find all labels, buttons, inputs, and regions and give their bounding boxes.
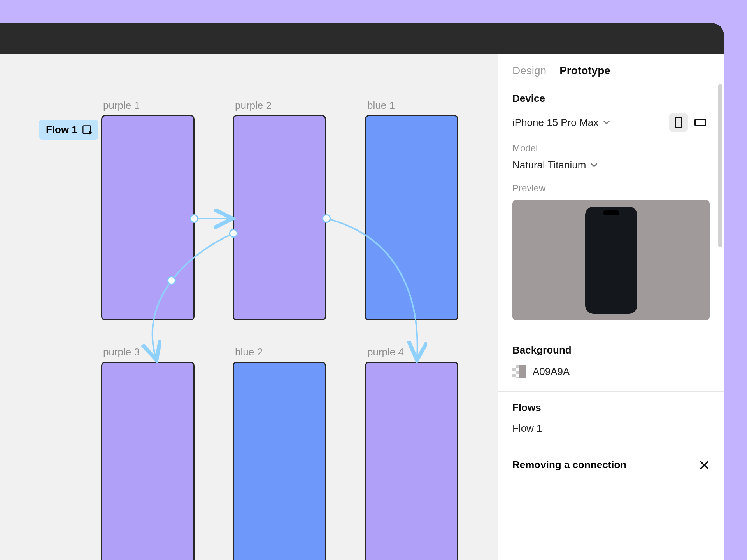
model-dropdown[interactable]: Natural Titanium — [512, 159, 598, 171]
content-area: Flow 1 purple 1 purple 2 blue 1 purple 3… — [0, 54, 724, 560]
model-label: Model — [512, 143, 710, 154]
device-dropdown[interactable]: iPhone 15 Pro Max — [512, 117, 610, 129]
model-selected: Natural Titanium — [512, 159, 586, 171]
scrollbar[interactable] — [718, 84, 722, 247]
panel-tabs: Design Prototype — [498, 54, 724, 82]
connection-node[interactable] — [229, 229, 238, 238]
background-swatch[interactable] — [512, 365, 526, 378]
background-heading: Background — [512, 344, 710, 356]
notification-title: Removing a connection — [512, 459, 626, 471]
orientation-landscape[interactable] — [691, 113, 710, 132]
notification-bar: Removing a connection — [498, 448, 724, 471]
tab-design[interactable]: Design — [512, 65, 546, 77]
chevron-down-icon — [591, 162, 598, 169]
connection-node[interactable] — [322, 214, 331, 223]
app-window: Flow 1 purple 1 purple 2 blue 1 purple 3… — [0, 23, 724, 560]
chevron-down-icon — [603, 119, 610, 126]
device-section: Device iPhone 15 Pro Max Model Natural T… — [498, 82, 724, 334]
inspector-panel: Design Prototype Device iPhone 15 Pro Ma… — [498, 54, 724, 560]
close-icon[interactable] — [699, 460, 710, 471]
connection-node[interactable] — [167, 276, 176, 285]
titlebar — [0, 23, 724, 54]
orientation-toggle — [669, 113, 710, 132]
prototype-canvas[interactable]: Flow 1 purple 1 purple 2 blue 1 purple 3… — [0, 54, 498, 560]
flow-item[interactable]: Flow 1 — [512, 422, 710, 434]
background-section: Background A09A9A — [498, 334, 724, 392]
device-heading: Device — [512, 93, 710, 105]
background-hex[interactable]: A09A9A — [533, 366, 570, 378]
phone-mockup — [585, 206, 637, 314]
connection-node[interactable] — [190, 214, 198, 223]
preview-label: Preview — [512, 183, 710, 194]
orientation-portrait[interactable] — [669, 113, 688, 132]
connections-layer — [0, 54, 498, 560]
device-selected: iPhone 15 Pro Max — [512, 117, 598, 129]
tab-prototype[interactable]: Prototype — [559, 65, 610, 77]
flows-section: Flows Flow 1 — [498, 392, 724, 448]
scrollbar-thumb[interactable] — [718, 84, 722, 247]
flows-heading: Flows — [512, 402, 710, 414]
device-preview — [512, 200, 710, 320]
